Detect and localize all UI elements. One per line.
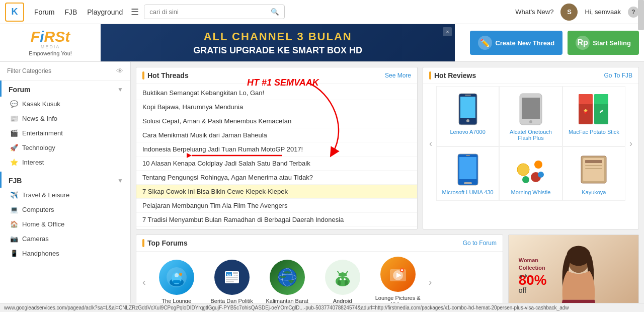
sidebar-item-cameras[interactable]: 📷 Cameras: [0, 231, 130, 246]
sidebar-fjb-header[interactable]: FJB ▼: [0, 172, 130, 188]
start-selling-button[interactable]: Rp Start Selling: [568, 31, 639, 55]
sidebar-item-kasak-kusuk[interactable]: 💬 Kasak Kusuk: [0, 97, 130, 111]
snack-svg: 🍟 🌶: [576, 92, 611, 127]
thread-item-3[interactable]: Cara Menikmati Musik dari Jaman Baheula: [136, 128, 417, 142]
reviews-prev-button[interactable]: ‹: [425, 136, 436, 151]
svg-rect-14: [459, 157, 476, 179]
thread-item-9[interactable]: 7 Tradisi Menyambut Bulan Ramadhan di Be…: [136, 213, 417, 227]
banner-main: × ALL CHANNEL 3 BULAN GRATIS UPGRADE KE …: [101, 24, 455, 61]
svg-rect-3: [465, 95, 471, 96]
svg-point-49: [344, 278, 346, 280]
see-more-link[interactable]: See More: [385, 72, 411, 79]
hamburger-icon[interactable]: ☰: [131, 7, 139, 18]
thread-item-4[interactable]: Indonesia Berpeluang Jadi Tuan Rumah Mot…: [136, 142, 417, 157]
sidebar-forum-header[interactable]: Forum ▼: [0, 81, 130, 97]
sidebar-item-entertainment[interactable]: 🎬 Entertainment: [0, 126, 130, 140]
nav-fjb[interactable]: FJB: [64, 8, 77, 16]
reviews-next-button[interactable]: ›: [625, 136, 636, 151]
logo-empowering: Empowering You!: [29, 50, 72, 56]
sidebar-item-computers[interactable]: 💻 Computers: [0, 202, 130, 217]
nav-playground[interactable]: Playground: [87, 8, 123, 16]
sidebar-fjb-arrow[interactable]: ▼: [117, 177, 123, 184]
sidebar-item-travel[interactable]: ✈️ Travel & Leisure: [0, 188, 130, 202]
thread-item-1[interactable]: Kopi Bajawa, Harumnya Mendunia: [136, 100, 417, 114]
svg-point-32: [179, 273, 182, 276]
scrollbar-track[interactable]: [638, 0, 644, 24]
banner-close-button[interactable]: ×: [443, 27, 452, 36]
thread-item-7[interactable]: 7 Sikap Cowok Ini Bisa Bikin Cewe Klepek…: [136, 185, 417, 199]
review-item-2[interactable]: 🍟 🌶 MacFac Potato Stick: [562, 86, 625, 146]
review-item-0[interactable]: Lenovo A7000: [436, 86, 499, 146]
sidebar-item-handphones[interactable]: 📱 Handphones: [0, 246, 130, 261]
sidebar-fjb-section: FJB ▼ ✈️ Travel & Leisure 💻 Computers 🏠 …: [0, 172, 130, 261]
thread-item-2[interactable]: Solusi Cepat, Aman & Pasti Menembus Kema…: [136, 114, 417, 128]
forums-prev-button[interactable]: ‹: [139, 274, 149, 290]
review-item-5[interactable]: Kayukoya: [562, 146, 625, 201]
svg-rect-37: [226, 277, 238, 278]
forum-icon-1: NEWS: [214, 260, 250, 295]
sidebar-forum-arrow[interactable]: ▼: [117, 86, 123, 93]
forum-icon-4: [380, 257, 416, 292]
forum-item-4[interactable]: Lounge Pictures & Video: [370, 257, 426, 307]
review-item-1[interactable]: Alcatel Onetouch Flash Plus: [499, 86, 562, 146]
review-name-5: Kayukoya: [582, 189, 606, 195]
review-item-4[interactable]: Morning Whistle: [499, 146, 562, 201]
start-selling-icon: Rp: [576, 36, 590, 50]
thread-item-0[interactable]: Buktikan Semangat Kebangkitan Lo, Gan!: [136, 86, 417, 100]
reviews-nav-row: ‹ Lenovo: [423, 84, 638, 203]
svg-rect-10: [594, 94, 608, 104]
thread-item-8[interactable]: Pelajaran Membangun Tim Ala Film The Ave…: [136, 199, 417, 213]
forum-item-1[interactable]: NEWS Berita Dan Politik: [204, 260, 260, 304]
review-item-3[interactable]: Microsoft LUMIA 430: [436, 146, 499, 201]
sidebar-item-interest[interactable]: ⭐ Interest: [0, 155, 130, 170]
main-layout: 👁 Forum ▼ 💬 Kasak Kusuk 📰 News & Info 🎬 …: [0, 62, 644, 312]
svg-rect-15: [464, 182, 472, 184]
forums-next-button[interactable]: ›: [426, 274, 435, 290]
review-name-1: Alcatel Onetouch Flash Plus: [503, 129, 558, 141]
filter-icon[interactable]: 👁: [116, 67, 123, 75]
go-to-fjb-link[interactable]: Go To FJB: [604, 72, 632, 79]
svg-rect-8: [579, 94, 593, 104]
filter-input[interactable]: [7, 67, 116, 74]
review-img-1: [513, 92, 548, 127]
forum-item-0[interactable]: The Lounge: [149, 260, 204, 304]
search-button[interactable]: 🔍: [266, 5, 284, 19]
forum-item-2[interactable]: Kalimantan Barat: [260, 260, 315, 304]
search-input[interactable]: [144, 5, 266, 19]
scrollbar-thumb[interactable]: [638, 0, 644, 30]
thread-item-5[interactable]: 10 Alasan Kenapa Coldplay Jadi Salah Sat…: [136, 157, 417, 171]
create-thread-button[interactable]: ✏️ Create New Thread: [470, 31, 562, 55]
svg-rect-39: [226, 281, 234, 282]
review-name-3: Microsoft LUMIA 430: [442, 189, 494, 195]
sidebar-item-technology[interactable]: 🚀 Technology: [0, 140, 130, 155]
logo-media: MEDIA: [29, 44, 72, 49]
entertainment-icon: 🎬: [10, 129, 18, 137]
nav-forum[interactable]: Forum: [34, 8, 54, 16]
thread-item-6[interactable]: Tentang Pengungsi Rohingya, Agan Menerim…: [136, 171, 417, 185]
svg-point-30: [175, 273, 179, 277]
top-forums-title: Top Forums: [142, 239, 188, 247]
logo[interactable]: K: [5, 3, 24, 22]
sidebar-fjb-title: FJB: [9, 177, 22, 185]
go-to-forum-link[interactable]: Go to Forum: [463, 240, 497, 247]
sidebar-item-news-info[interactable]: 📰 News & Info: [0, 111, 130, 126]
review-img-5: [576, 152, 611, 187]
lounge-svg: [166, 266, 188, 288]
forum-item-3[interactable]: Android: [315, 260, 370, 304]
top-forums-panel: Top Forums Go to Forum ‹: [136, 235, 503, 312]
sidebar: 👁 Forum ▼ 💬 Kasak Kusuk 📰 News & Info 🎬 …: [0, 62, 131, 312]
first-logo-area: FiRSt MEDIA Empowering You!: [0, 24, 101, 61]
logo-r: R: [44, 28, 55, 45]
sidebar-item-home-office[interactable]: 🏠 Home & Office: [0, 217, 130, 231]
svg-text:Collection: Collection: [519, 265, 545, 271]
review-img-2: 🍟 🌶: [576, 92, 611, 127]
svg-point-48: [340, 278, 342, 280]
reviews-grid: Lenovo A7000 Alcatel Onetouch Flash Plu: [436, 86, 625, 201]
whats-new-link[interactable]: What's New?: [515, 8, 553, 16]
review-name-0: Lenovo A7000: [450, 129, 485, 135]
svg-line-51: [346, 271, 348, 274]
help-icon[interactable]: ?: [628, 7, 639, 18]
avatar[interactable]: S: [560, 4, 578, 21]
bottom-row: Top Forums Go to Forum ‹: [136, 235, 639, 312]
svg-rect-1: [460, 97, 475, 118]
